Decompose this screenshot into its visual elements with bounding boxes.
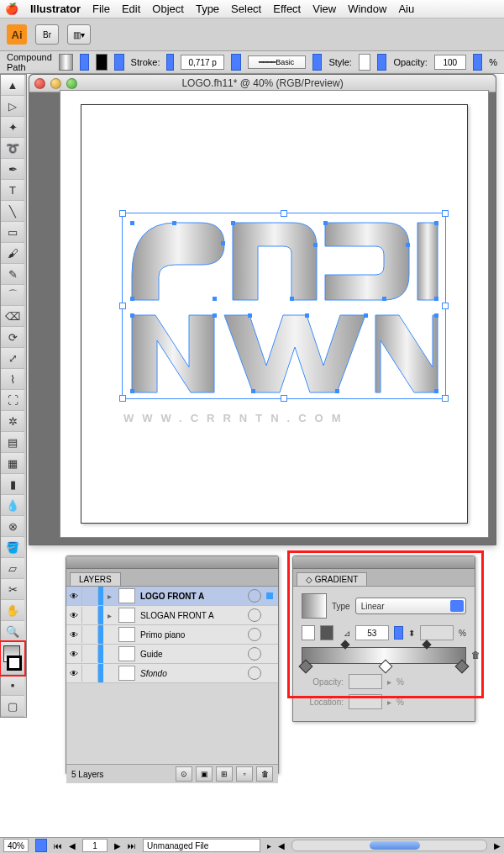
tool-lasso[interactable]: ➰	[1, 138, 24, 159]
close-icon[interactable]	[34, 78, 45, 89]
visibility-icon[interactable]: 👁	[66, 607, 82, 624]
panel-drag-handle[interactable]	[66, 556, 278, 569]
layer-name[interactable]: LOGO FRONT A	[139, 592, 243, 601]
nav-last-icon[interactable]: ⏭	[128, 841, 136, 850]
opacity-dropdown[interactable]	[473, 54, 482, 71]
zoom-level[interactable]: 40%	[3, 839, 29, 852]
opacity-input[interactable]	[434, 55, 466, 70]
tool-hand[interactable]: ✋	[1, 600, 24, 621]
angle-input[interactable]	[355, 625, 389, 640]
stroke-weight-input[interactable]	[181, 55, 224, 70]
angle-dropdown[interactable]	[394, 626, 403, 640]
arrange-button[interactable]: ▥▾	[67, 24, 91, 45]
panel-drag-handle[interactable]	[293, 556, 475, 569]
tool-width[interactable]: ⌇	[1, 369, 24, 390]
apple-menu[interactable]: 🍎	[5, 3, 18, 15]
stroke-swatch[interactable]	[96, 54, 108, 71]
app-name[interactable]: Illustrator	[30, 3, 81, 15]
tool-blob-brush[interactable]: ⌒	[1, 285, 24, 306]
menu-edit[interactable]: Edit	[122, 3, 140, 15]
tool-rectangle[interactable]: ▭	[1, 222, 24, 243]
status-dropdown-icon[interactable]: ▸	[267, 841, 271, 850]
tool-artboard[interactable]: ▱	[1, 558, 24, 579]
target-icon[interactable]	[248, 589, 261, 603]
tool-pencil[interactable]: ✎	[1, 264, 24, 285]
expand-icon[interactable]: ▸	[103, 611, 115, 620]
tool-slice[interactable]: ✂	[1, 579, 24, 600]
canvas[interactable]: WWW.CRRNTN.COM	[60, 90, 489, 538]
fill-swatch[interactable]	[59, 54, 73, 71]
tool-screen-mode[interactable]: ▢	[1, 696, 24, 717]
reverse-gradient-icon[interactable]	[302, 625, 315, 640]
new-layer-icon[interactable]: ▫	[236, 766, 253, 782]
visibility-icon[interactable]: 👁	[66, 626, 82, 643]
zoom-icon[interactable]	[66, 78, 77, 89]
gradient-tab[interactable]: ◇ GRADIENT	[297, 572, 367, 586]
fill-dropdown[interactable]	[80, 54, 89, 71]
gradient-stop[interactable]	[299, 660, 313, 674]
nav-first-icon[interactable]: ⏮	[54, 841, 62, 850]
gradient-type-select[interactable]: Linear	[355, 598, 466, 614]
file-status[interactable]: Unmanaged File	[143, 839, 260, 852]
lock-icon[interactable]	[82, 665, 98, 682]
stroke-box-icon[interactable]	[7, 656, 22, 671]
fill-stroke-control[interactable]	[1, 642, 24, 675]
tool-selection[interactable]: ▲	[1, 75, 24, 96]
lock-icon[interactable]	[82, 587, 98, 604]
tool-live-paint[interactable]: 🪣	[1, 537, 24, 558]
menu-effect[interactable]: Effect	[273, 3, 301, 15]
tool-direct-selection[interactable]: ▷	[1, 96, 24, 117]
gradient-stroke-icon[interactable]	[320, 625, 333, 640]
visibility-icon[interactable]: 👁	[66, 645, 82, 662]
layer-row-primo-piano[interactable]: 👁 Primo piano	[66, 625, 278, 645]
target-icon[interactable]	[248, 647, 261, 661]
logo-artwork[interactable]	[125, 216, 444, 397]
tool-paintbrush[interactable]: 🖌	[1, 243, 24, 264]
tool-scale[interactable]: ⤢	[1, 348, 24, 369]
visibility-icon[interactable]: 👁	[66, 587, 82, 604]
locate-object-icon[interactable]: ⊙	[176, 766, 192, 782]
make-clipping-mask-icon[interactable]: ▣	[196, 766, 213, 782]
nav-next-icon[interactable]: ▶	[114, 841, 121, 850]
tool-color-mode[interactable]: ▪	[1, 675, 24, 696]
new-sublayer-icon[interactable]: ⊞	[216, 766, 233, 782]
tool-mesh[interactable]: ▦	[1, 453, 24, 474]
layer-row-sfondo[interactable]: 👁 Sfondo	[66, 664, 278, 683]
tool-eyedropper[interactable]: 💧	[1, 495, 24, 516]
delete-layer-icon[interactable]: 🗑	[256, 766, 273, 782]
tool-magic-wand[interactable]: ✦	[1, 117, 24, 138]
minimize-icon[interactable]	[50, 78, 61, 89]
lock-icon[interactable]	[82, 626, 98, 643]
menu-help[interactable]: Aiu	[398, 3, 414, 15]
gradient-preview[interactable]	[302, 593, 327, 619]
expand-icon[interactable]: ▸	[103, 592, 115, 601]
layer-name[interactable]: Guide	[139, 650, 243, 659]
scroll-left-icon[interactable]: ◀	[278, 841, 285, 850]
layer-name[interactable]: SLOGAN FRONT A	[139, 611, 243, 620]
gradient-ramp[interactable]: 🗑	[302, 647, 466, 664]
stroke-stepper[interactable]	[166, 54, 174, 71]
gradient-stop[interactable]	[455, 660, 470, 674]
tool-symbol-sprayer[interactable]: ✲	[1, 411, 24, 432]
tool-blend[interactable]: ⊗	[1, 516, 24, 537]
menu-type[interactable]: Type	[196, 3, 219, 15]
horizontal-scrollbar[interactable]	[291, 840, 487, 851]
tool-graph[interactable]: ▤	[1, 432, 24, 453]
tool-gradient[interactable]: ▮	[1, 474, 24, 495]
visibility-icon[interactable]: 👁	[66, 665, 82, 682]
zoom-dropdown[interactable]	[35, 839, 47, 852]
delete-stop-icon[interactable]: 🗑	[471, 650, 480, 660]
tool-free-transform[interactable]: ⛶	[1, 390, 24, 411]
tool-line[interactable]: ╲	[1, 201, 24, 222]
layer-name[interactable]: Sfondo	[139, 669, 243, 678]
tool-type[interactable]: T	[1, 180, 24, 201]
artboard-nav-input[interactable]: 1	[82, 839, 108, 852]
tool-rotate[interactable]: ⟳	[1, 327, 24, 348]
nav-prev-icon[interactable]: ◀	[69, 841, 76, 850]
tool-zoom[interactable]: 🔍	[1, 621, 24, 642]
stroke-weight-dropdown[interactable]	[231, 54, 240, 71]
lock-icon[interactable]	[82, 607, 98, 624]
style-dropdown[interactable]	[377, 54, 386, 71]
target-icon[interactable]	[248, 628, 261, 641]
layer-row-guide[interactable]: 👁 Guide	[66, 645, 278, 664]
